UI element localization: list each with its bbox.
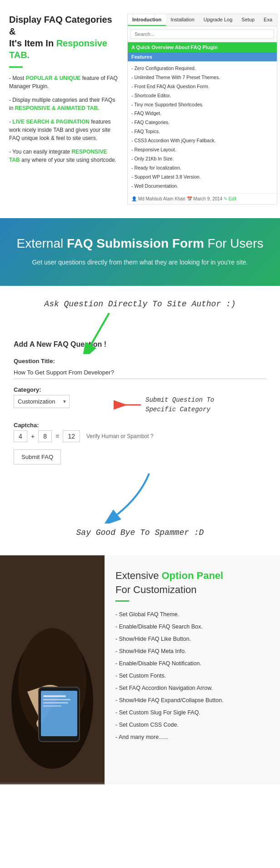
- red-arrow-note: Submit Question To Specific Category: [109, 395, 214, 414]
- tab-setup[interactable]: Setup: [237, 14, 259, 26]
- edit-link[interactable]: ✎ Edit: [224, 196, 236, 201]
- tab-upgrade-log[interactable]: Upgrade Log: [199, 14, 237, 26]
- category-select[interactable]: Customization General Support Other: [14, 395, 70, 408]
- feature-item: - Shortcode Editor.: [131, 91, 273, 100]
- tab-installation[interactable]: Installation: [166, 14, 199, 26]
- person-icon: 👤: [131, 196, 138, 201]
- captcha-num1: 4: [14, 430, 27, 442]
- captcha-verify-text: Verify Human or Spambot ?: [86, 433, 153, 439]
- feature-item: - FAQ Categories.: [131, 118, 273, 127]
- green-arrow-area: [14, 309, 266, 354]
- option-panel-title: Extensive Option Panel For Customization: [115, 569, 269, 597]
- overview-bar: A Quick Overview About FAQ Plugin: [128, 42, 277, 52]
- option-item: - Enable/Disable FAQ Notification.: [115, 658, 269, 669]
- feature-bullet-4: - You can easily integrate RESPONSIVE TA…: [9, 148, 118, 164]
- feature-item: - Well Documentation.: [131, 182, 273, 190]
- option-list: - Set Global FAQ Theme. - Enable/Disable…: [115, 609, 269, 743]
- option-item: - Show/Hide FAQ Expand/Collapse Button.: [115, 695, 269, 706]
- feature-item: - Unlimited Theme With 7 Preset Themes.: [131, 73, 273, 82]
- feature-item: - Tiny mce Supported Shortcodes.: [131, 100, 273, 109]
- red-arrow-svg: [109, 398, 145, 412]
- captcha-label: Captcha:: [14, 422, 266, 429]
- captcha-group: Captcha: 4 + 8 = 12 Verify Human or Spam…: [14, 422, 266, 442]
- blue-arrow-svg: [104, 469, 176, 524]
- captcha-answer: 12: [63, 430, 80, 442]
- feature-bullet-3: - LIVE SEARCH & PAGINATION features work…: [9, 118, 118, 142]
- option-item: - Set Custom CSS Code.: [115, 719, 269, 731]
- option-item: - Set FAQ Accordion Navigation Arrow.: [115, 683, 269, 694]
- features-list: - Zero Configuration Required. - Unlimit…: [128, 61, 277, 193]
- calendar-icon: 📅: [187, 196, 194, 201]
- category-row: Category: Customization General Support …: [14, 386, 266, 414]
- captcha-plus: +: [31, 433, 35, 440]
- meta-author: Md Mahbub Alam Khan: [138, 196, 185, 201]
- section-top: Display FAQ Categories & It's Item In Re…: [0, 0, 280, 218]
- captcha-equals: =: [55, 433, 59, 440]
- option-item: - Show/Hide FAQ Like Button.: [115, 634, 269, 645]
- option-item: - And many more......: [115, 732, 269, 743]
- feature-item: - Support WP Latest 3.8 Version.: [131, 173, 273, 181]
- category-label: Category:: [14, 386, 105, 393]
- option-item: - Enable/Disable FAQ Search Box.: [115, 621, 269, 633]
- feature-bullet-2: - Display multiple categories and their …: [9, 96, 118, 112]
- search-input[interactable]: [130, 29, 274, 39]
- blue-banner-description: Get user questions directly from them wh…: [9, 257, 271, 267]
- section-top-left: Display FAQ Categories & It's Item In Re…: [9, 14, 127, 205]
- category-select-wrapper: Customization General Support Other ▼: [14, 395, 70, 408]
- features-bar: Features: [128, 52, 277, 61]
- option-content: Extensive Option Panel For Customization…: [105, 555, 280, 784]
- tab-introduction[interactable]: Introduction: [128, 14, 166, 26]
- goodbye-title: Say Good Bye To Spammer :D: [14, 528, 266, 537]
- captcha-num2: 8: [38, 430, 52, 442]
- option-item: - Set Custom Slug For Sigle FAQ.: [115, 707, 269, 718]
- option-image: [0, 555, 105, 784]
- svg-line-1: [91, 313, 109, 345]
- feature-item: - CSS3 Accordion With jQuery Fallback.: [131, 136, 273, 145]
- section-option-panel: Extensive Option Panel For Customization…: [0, 555, 280, 784]
- blue-arrow-area: [14, 469, 266, 524]
- submit-note: Submit Question To Specific Category: [145, 395, 214, 414]
- feature-item: - FAQ Widget.: [131, 109, 273, 118]
- blue-banner-title: External FAQ Submission Form For Users: [9, 236, 271, 251]
- tab-example[interactable]: Exa: [259, 14, 277, 26]
- question-title-group: Question Title:: [14, 358, 266, 379]
- main-heading: Display FAQ Categories & It's Item In Re…: [9, 14, 118, 61]
- feature-item: - Responsive Layout.: [131, 145, 273, 154]
- feature-item: - Front End FAQ Ask Question Form.: [131, 82, 273, 91]
- submit-faq-button[interactable]: Submit FAQ: [14, 449, 61, 464]
- meta-date: March 9, 2014: [193, 196, 222, 201]
- feature-item: - FAQ Topics.: [131, 127, 273, 136]
- plugin-panel: Introduction Installation Upgrade Log Se…: [127, 14, 277, 205]
- category-group: Category: Customization General Support …: [14, 386, 105, 408]
- feature-item: - Ready for localization.: [131, 164, 273, 172]
- option-item: - Set Global FAQ Theme.: [115, 609, 269, 620]
- ask-question-title: Ask Question Directly To Site Author :): [14, 299, 266, 309]
- green-divider: [9, 66, 23, 68]
- option-item: - Show/Hide FAQ Meta Info.: [115, 646, 269, 657]
- tabs-bar: Introduction Installation Upgrade Log Se…: [128, 14, 277, 26]
- option-item: - Set Custom Fonts.: [115, 670, 269, 682]
- question-input[interactable]: [14, 366, 266, 379]
- section-blue-banner: External FAQ Submission Form For Users G…: [0, 218, 280, 285]
- meta-info: 👤 Md Mahbub Alam Khan 📅 March 9, 2014 ✎ …: [128, 193, 277, 204]
- feature-item: - Zero Configuration Required.: [131, 64, 273, 73]
- green-arrow-svg: [82, 309, 136, 354]
- feature-bullet-1: - Most POPULAR & UNIQUE feature of FAQ M…: [9, 74, 118, 90]
- section-faq-form: Ask Question Directly To Site Author :) …: [0, 286, 280, 555]
- captcha-row: 4 + 8 = 12 Verify Human or Spambot ?: [14, 430, 266, 442]
- feature-item: - Only 21Kb In Size.: [131, 155, 273, 163]
- question-label: Question Title:: [14, 358, 266, 364]
- person-tablet-illustration: [0, 555, 105, 783]
- option-divider: [115, 600, 129, 602]
- search-area: [128, 26, 277, 42]
